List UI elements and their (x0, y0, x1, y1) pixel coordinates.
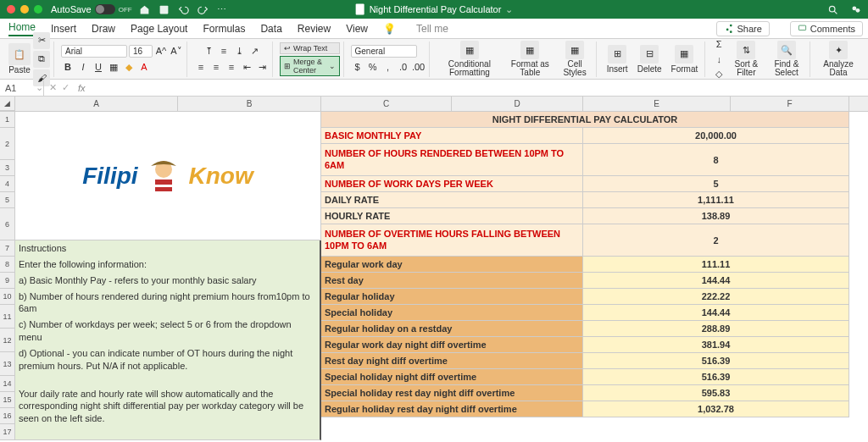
col-header[interactable]: F (731, 97, 849, 111)
row-header[interactable]: 13 (0, 352, 15, 376)
merge-center-button[interactable]: ⊞ Merge & Center ⌄ (280, 56, 340, 76)
calc-value[interactable]: 381.94 (583, 337, 849, 353)
row-header[interactable]: 1 (0, 112, 15, 128)
align-bottom-icon[interactable]: ⤓ (232, 44, 246, 58)
col-header[interactable]: A (15, 97, 178, 111)
autosave-toggle[interactable]: AutoSave OFF (51, 4, 132, 14)
calc-value[interactable]: 5 (583, 176, 849, 192)
minimize-window-icon[interactable] (20, 5, 29, 14)
insert-cells-button[interactable]: ⊞Insert (604, 45, 632, 74)
calc-value[interactable]: 516.39 (583, 369, 849, 385)
row-header[interactable]: 9 (0, 273, 15, 289)
analyze-data-button[interactable]: ✦Analyze Data (817, 41, 860, 77)
search-icon[interactable] (827, 4, 838, 15)
decrease-font-icon[interactable]: A˅ (170, 44, 183, 58)
decrease-decimal-icon[interactable]: .00 (412, 60, 426, 74)
close-window-icon[interactable] (7, 5, 15, 14)
calc-value[interactable]: 222.22 (583, 289, 849, 305)
calc-value[interactable]: 1,111.11 (583, 192, 849, 208)
underline-button[interactable]: U (92, 60, 105, 74)
calc-value[interactable]: 20,000.00 (583, 128, 849, 144)
border-icon[interactable]: ▦ (107, 60, 120, 74)
calc-value[interactable]: 138.89 (583, 208, 849, 224)
conditional-formatting-button[interactable]: ▦Conditional Formatting (437, 41, 504, 77)
save-icon[interactable] (159, 4, 170, 15)
bold-button[interactable]: B (61, 60, 75, 74)
currency-icon[interactable]: $ (351, 60, 364, 74)
row-header[interactable]: 10 (0, 289, 15, 305)
autosum-icon[interactable]: Σ (712, 37, 726, 51)
increase-indent-icon[interactable]: ⇥ (255, 60, 269, 74)
calc-value[interactable]: 144.44 (583, 273, 849, 289)
clear-icon[interactable]: ◇ (712, 68, 726, 81)
row-header[interactable]: 3 (0, 160, 15, 176)
calc-value[interactable]: 144.44 (583, 305, 849, 321)
enter-formula-icon[interactable]: ✓ (62, 82, 70, 93)
more-icon[interactable]: ⋯ (217, 4, 228, 15)
calc-value[interactable]: 1,032.78 (583, 401, 849, 417)
row-header[interactable]: 5 (0, 192, 15, 208)
delete-cells-button[interactable]: ⊟Delete (634, 45, 665, 74)
tab-draw[interactable]: Draw (92, 23, 115, 35)
sort-filter-button[interactable]: ⇅Sort & Filter (728, 41, 764, 77)
format-as-table-button[interactable]: ▦Format as Table (505, 41, 554, 77)
row-header[interactable]: 8 (0, 257, 15, 273)
share-button[interactable]: Share (716, 21, 769, 36)
orientation-icon[interactable]: ↗ (248, 44, 261, 58)
align-middle-icon[interactable]: ≡ (217, 44, 231, 58)
number-format-select[interactable]: General (351, 45, 417, 58)
copy-icon[interactable]: ⧉ (33, 51, 50, 68)
row-header[interactable]: 14 (0, 376, 15, 392)
paste-icon[interactable]: 📋 (8, 43, 31, 65)
row-header[interactable]: 4 (0, 176, 15, 192)
row-header[interactable]: 12 (0, 329, 15, 352)
row-header[interactable]: 16 (0, 408, 15, 424)
align-right-icon[interactable]: ≡ (225, 60, 238, 74)
cut-icon[interactable]: ✂ (33, 32, 50, 49)
tab-formulas[interactable]: Formulas (203, 23, 245, 35)
calc-value[interactable]: 288.89 (583, 321, 849, 337)
name-box[interactable]: A1 ⌄ (0, 80, 44, 96)
percent-icon[interactable]: % (366, 60, 380, 74)
row-header[interactable]: 11 (0, 305, 15, 329)
format-cells-button[interactable]: ▦Format (668, 45, 702, 74)
increase-decimal-icon[interactable]: .0 (397, 60, 410, 74)
cancel-formula-icon[interactable]: ✕ (49, 82, 57, 93)
tab-home[interactable]: Home (8, 21, 36, 36)
tab-insert[interactable]: Insert (51, 23, 76, 35)
calc-value[interactable]: 2 (583, 224, 849, 257)
align-center-icon[interactable]: ≡ (209, 60, 223, 74)
calc-value[interactable]: 111.11 (583, 257, 849, 273)
wrap-text-button[interactable]: ↩ Wrap Text (280, 42, 340, 54)
italic-button[interactable]: I (76, 60, 90, 74)
col-header[interactable]: E (583, 97, 731, 111)
row-header[interactable]: 2 (0, 128, 15, 160)
undo-icon[interactable] (178, 4, 189, 15)
redo-icon[interactable] (198, 4, 209, 15)
fill-color-icon[interactable]: ◆ (122, 60, 136, 74)
tell-me-search[interactable]: Tell me (416, 23, 448, 35)
align-left-icon[interactable]: ≡ (194, 60, 208, 74)
comma-icon[interactable]: , (381, 60, 395, 74)
cell-styles-button[interactable]: ▦Cell Styles (557, 41, 592, 77)
tab-page-layout[interactable]: Page Layout (131, 23, 187, 35)
decrease-indent-icon[interactable]: ⇤ (240, 60, 253, 74)
font-color-icon[interactable]: A (137, 60, 151, 74)
align-top-icon[interactable]: ⤒ (202, 44, 215, 58)
tab-view[interactable]: View (346, 23, 368, 35)
col-header[interactable]: D (452, 97, 583, 111)
select-all-corner[interactable]: ◢ (0, 97, 15, 111)
home-icon[interactable] (139, 4, 150, 15)
col-header[interactable]: B (178, 97, 321, 111)
row-header[interactable]: 15 (0, 392, 15, 408)
calc-value[interactable]: 595.83 (583, 385, 849, 401)
font-size-select[interactable]: 16 (129, 45, 153, 58)
calc-value[interactable]: 8 (583, 144, 849, 176)
coauthor-icon[interactable] (850, 4, 861, 15)
row-header[interactable]: 17 (0, 424, 15, 440)
font-select[interactable]: Arial (61, 45, 127, 58)
row-header[interactable]: 7 (0, 240, 15, 257)
fill-icon[interactable]: ↓ (712, 52, 726, 66)
comments-button[interactable]: Comments (790, 21, 863, 36)
tab-data[interactable]: Data (260, 23, 281, 35)
